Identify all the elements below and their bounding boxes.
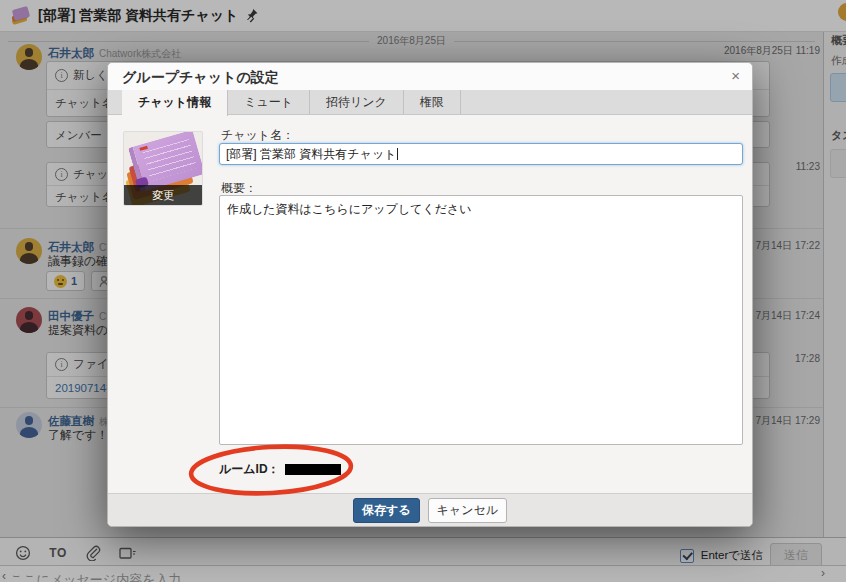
tab-permissions[interactable]: 権限 xyxy=(404,90,461,114)
dialog-title: グループチャットの設定 xyxy=(122,69,279,87)
description-textarea[interactable]: 作成した資料はこちらにアップしてください xyxy=(219,195,743,445)
tab-chat-info[interactable]: チャット情報 xyxy=(122,90,228,116)
save-button[interactable]: 保存する xyxy=(353,498,420,523)
chat-icon-thumbnail[interactable]: 変更 xyxy=(123,131,203,206)
chatwork-app: [部署] 営業部 資料共有チャット 2016年8月25日 2016年8月25日 … xyxy=(0,0,846,582)
change-icon-button[interactable]: 変更 xyxy=(124,185,202,205)
room-id-row: ルームID： xyxy=(219,461,341,478)
settings-tabbar: チャット情報 ミュート 招待リンク 権限 xyxy=(108,90,752,115)
room-id-redacted-value xyxy=(285,464,341,475)
tab-mute[interactable]: ミュート xyxy=(228,90,310,114)
group-chat-settings-dialog: グループチャットの設定 × チャット情報 ミュート 招待リンク 権限 変更 チャ… xyxy=(107,62,753,527)
chat-name-label: チャット名： xyxy=(221,127,294,144)
dialog-footer: 保存する キャンセル xyxy=(108,493,752,526)
close-icon[interactable]: × xyxy=(731,67,740,85)
room-id-label: ルームID： xyxy=(219,461,280,478)
cancel-button[interactable]: キャンセル xyxy=(428,498,507,523)
chat-name-input[interactable]: [部署] 営業部 資料共有チャット xyxy=(219,143,743,165)
text-caret xyxy=(397,148,398,160)
tab-invite-link[interactable]: 招待リンク xyxy=(310,90,404,114)
